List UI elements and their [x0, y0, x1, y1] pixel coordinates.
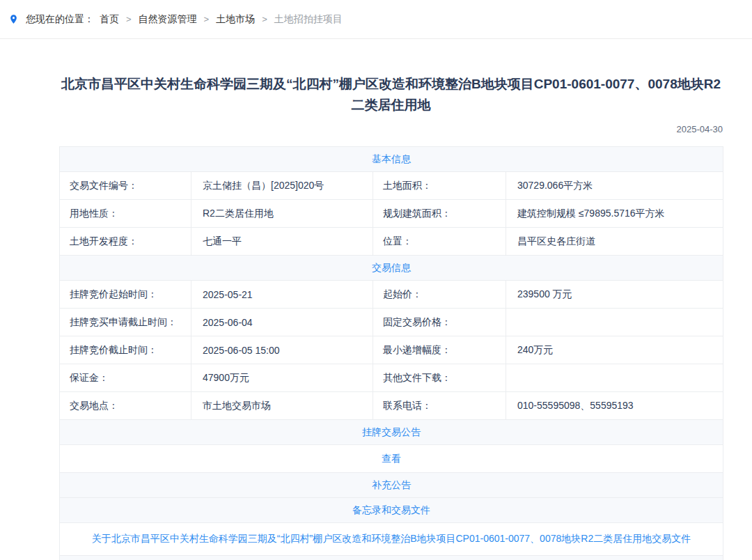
section-header: 补充公告: [60, 473, 723, 498]
field-value: 240万元: [506, 336, 723, 364]
document-link-row: 关于北京市昌平区中关村生命科学园三期及“北四村”棚户区改造和环境整治B地块项目C…: [60, 523, 723, 556]
field-value: 30729.066平方米: [506, 172, 723, 200]
breadcrumb-item[interactable]: 土地市场: [216, 13, 255, 26]
field-label: 交易地点：: [60, 392, 191, 420]
view-link[interactable]: 查看: [382, 453, 401, 464]
field-label: 固定交易价格：: [373, 309, 506, 336]
page-title: 北京市昌平区中关村生命科学园三期及“北四村”棚户区改造和环境整治B地块项目CP0…: [59, 74, 723, 116]
field-value: 2025-05-21: [191, 281, 373, 309]
field-value: 2025-06-04: [191, 309, 373, 336]
field-label: 挂牌竞买申请截止时间：: [60, 309, 191, 336]
field-label: 交易文件编号：: [60, 172, 191, 200]
field-label: 土地开发程度：: [60, 228, 191, 256]
document-link-row: 查看: [60, 445, 723, 473]
breadcrumb-bar: 您现在的位置： 首页>自然资源管理>土地市场>土地招拍挂项目: [0, 0, 752, 39]
field-label: 位置：: [373, 228, 506, 256]
field-value: 47900万元: [191, 364, 373, 392]
field-label: 土地面积：: [373, 172, 506, 200]
field-value: 市土地交易市场: [191, 392, 373, 420]
info-table: 基本信息交易文件编号：京土储挂（昌）[2025]020号土地面积：30729.0…: [59, 146, 723, 560]
field-value: [506, 309, 723, 336]
field-value: [506, 364, 723, 392]
field-label: 挂牌竞价截止时间：: [60, 336, 191, 364]
breadcrumb-item: 土地招拍挂项目: [274, 13, 343, 26]
section-header: 基本信息: [60, 147, 723, 172]
transaction-document-link[interactable]: 关于北京市昌平区中关村生命科学园三期及“北四村”棚户区改造和环境整治B地块项目C…: [92, 533, 691, 544]
field-value: 七通一平: [191, 228, 373, 256]
breadcrumb-item[interactable]: 自然资源管理: [139, 13, 197, 26]
section-header: 交易信息: [60, 256, 723, 281]
field-label: 规划建筑面积：: [373, 200, 506, 228]
main-content: 北京市昌平区中关村生命科学园三期及“北四村”棚户区改造和环境整治B地块项目CP0…: [59, 74, 723, 560]
field-value: 昌平区史各庄街道: [506, 228, 723, 256]
field-value: 239500 万元: [506, 281, 723, 309]
field-label: 起始价：: [373, 281, 506, 309]
breadcrumb-separator: >: [262, 14, 267, 24]
breadcrumb-separator: >: [204, 14, 210, 24]
field-value: R2二类居住用地: [191, 200, 373, 228]
field-label: 最小递增幅度：: [373, 336, 506, 364]
section-header: 挂牌交易公告: [60, 420, 723, 445]
field-value: 010-55595098、55595193: [506, 392, 723, 420]
section-header: 备忘录和交易文件: [60, 498, 723, 523]
breadcrumb-item[interactable]: 首页: [100, 13, 119, 26]
field-value: 建筑控制规模 ≤79895.5716平方米: [506, 200, 723, 228]
field-value: 2025-06-05 15:00: [191, 336, 373, 364]
field-label: 联系电话：: [373, 392, 506, 420]
breadcrumb-prefix: 您现在的位置：: [26, 13, 94, 26]
field-label: 用地性质：: [60, 200, 191, 228]
field-value: 京土储挂（昌）[2025]020号: [191, 172, 373, 200]
field-label: 其他文件下载：: [373, 364, 506, 392]
breadcrumb: 您现在的位置： 首页>自然资源管理>土地市场>土地招拍挂项目: [26, 13, 345, 26]
publish-date: 2025-04-30: [59, 124, 723, 134]
field-label: 保证金：: [60, 364, 191, 392]
breadcrumb-separator: >: [126, 14, 132, 24]
section-header: [60, 556, 723, 560]
field-label: 挂牌竞价起始时间：: [60, 281, 191, 309]
location-pin-icon: [8, 13, 19, 26]
